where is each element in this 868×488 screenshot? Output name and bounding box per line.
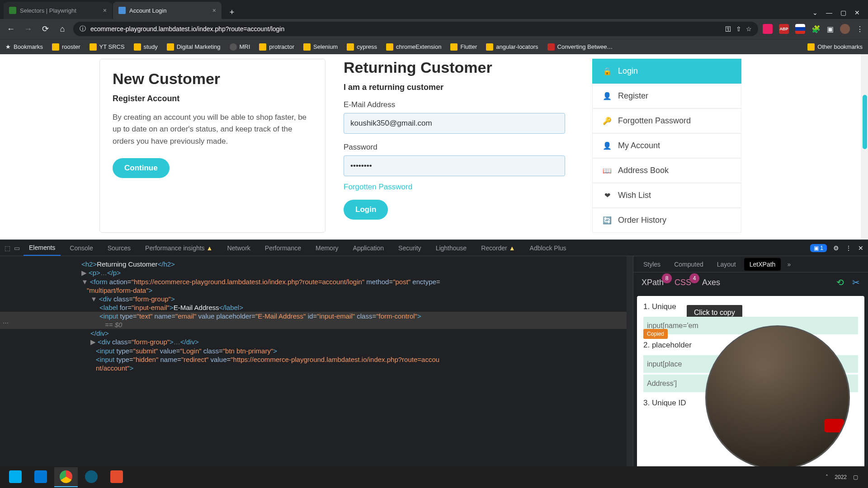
share-icon[interactable]: ⇧ [736, 25, 741, 33]
bookmark-item[interactable]: study [134, 43, 158, 51]
letx-css[interactable]: CSS4 [675, 278, 691, 287]
forward-button[interactable]: → [22, 23, 34, 35]
page-scrollbar[interactable] [861, 54, 868, 239]
sidebar-item-account[interactable]: 👤My Account [592, 133, 741, 158]
letxpath-tabs: XPath8 CSS4 Axes ⟲ ✂ [633, 272, 868, 292]
tab-styles[interactable]: Styles [638, 258, 666, 271]
bookmark-item[interactable]: cypress [347, 43, 377, 51]
password-label: Password [344, 143, 565, 152]
tab-sources[interactable]: Sources [102, 241, 136, 255]
tab-computed[interactable]: Computed [669, 258, 709, 271]
menu-icon[interactable]: ⋮ [856, 25, 863, 33]
tab-console[interactable]: Console [64, 241, 98, 255]
taskbar-app[interactable] [80, 467, 103, 487]
chevron-down-icon[interactable]: ⌄ [812, 9, 818, 16]
bookmark-item[interactable]: Flutter [450, 43, 477, 51]
extension-icon[interactable] [795, 24, 805, 34]
tab-letxpath[interactable]: LetXPath [744, 258, 781, 271]
taskbar-app[interactable] [54, 467, 78, 487]
extensions-icon[interactable]: 🧩 [811, 25, 821, 33]
tab-layout[interactable]: Layout [712, 258, 741, 271]
bookmark-item[interactable]: MRI [230, 43, 250, 51]
more-icon[interactable]: » [787, 261, 791, 268]
forgot-password-link[interactable]: Forgotten Password [344, 183, 565, 192]
tab-memory[interactable]: Memory [310, 241, 344, 255]
chevron-up-icon[interactable]: ˄ [826, 474, 828, 480]
scissors-icon[interactable]: ✂ [852, 277, 860, 288]
youtube-subscribe-icon[interactable] [824, 419, 844, 432]
minimize-icon[interactable]: — [826, 9, 832, 16]
tab-perfinsights[interactable]: Performance insights▲ [140, 241, 218, 255]
sidebar-item-history[interactable]: 🔄Order History [592, 208, 741, 233]
star-icon[interactable]: ☆ [746, 25, 752, 33]
letx-xpath[interactable]: XPath8 [642, 278, 664, 287]
bookmark-item[interactable]: Digital Marketing [167, 43, 221, 51]
taskbar-app[interactable] [105, 467, 128, 487]
tab-lighthouse[interactable]: Lighthouse [430, 241, 472, 255]
url-text: ecommerce-playground.lambdatest.io/index… [90, 25, 721, 33]
sidebar-item-login[interactable]: 🔒Login [592, 59, 741, 84]
inspect-icon[interactable]: ⬚ [5, 244, 10, 252]
close-icon[interactable]: × [212, 7, 216, 14]
bookmark-item[interactable]: angular-locators [486, 43, 538, 51]
tray-date: 2022 [835, 474, 847, 480]
adblock-icon[interactable]: ABP [779, 24, 789, 34]
browser-toolbar: ← → ⟳ ⌂ ⓘ ecommerce-playground.lambdates… [0, 19, 868, 39]
dom-tree[interactable]: <h2>Returning Customer</h2> ▶<p>…</p> ▼<… [0, 256, 633, 467]
back-button[interactable]: ← [5, 23, 17, 35]
bookmark-item[interactable]: rooster [52, 43, 80, 51]
maximize-icon[interactable]: ▢ [840, 9, 846, 16]
login-button[interactable]: Login [344, 200, 388, 220]
code-scrollbar[interactable] [627, 256, 633, 467]
sidebar-item-address[interactable]: 📖Address Book [592, 158, 741, 183]
scrollbar-thumb[interactable] [863, 95, 867, 149]
bookmark-item[interactable]: chromeExtension [386, 43, 441, 51]
menu-icon[interactable]: ⋮ [845, 244, 852, 252]
new-tab-button[interactable]: + [225, 5, 239, 19]
user-plus-icon: 👤 [603, 92, 612, 101]
address-bar[interactable]: ⓘ ecommerce-playground.lambdatest.io/ind… [73, 22, 758, 36]
close-icon[interactable]: ✕ [858, 244, 863, 252]
taskbar-app[interactable] [29, 467, 52, 487]
tab-security[interactable]: Security [393, 241, 427, 255]
sidebar-item-wishlist[interactable]: ❤Wish List [592, 183, 741, 208]
reload-button[interactable]: ⟳ [39, 23, 52, 35]
tab-performance[interactable]: Performance [259, 241, 307, 255]
bookmark-item[interactable]: Converting Betwee… [547, 43, 613, 51]
tab-application[interactable]: Application [348, 241, 390, 255]
device-icon[interactable]: ▭ [14, 244, 20, 252]
letx-axes[interactable]: Axes [702, 278, 720, 287]
issues-badge[interactable]: ▣ 1 [810, 244, 827, 252]
close-icon[interactable]: × [103, 7, 107, 14]
password-input[interactable] [344, 155, 565, 176]
bookmark-item[interactable]: YT SRCS [90, 43, 125, 51]
profile-avatar[interactable] [840, 24, 850, 34]
start-button[interactable] [4, 467, 27, 487]
sidebar-item-forgotten[interactable]: 🔑Forgotten Password [592, 108, 741, 133]
tab-elements[interactable]: Elements [24, 240, 61, 256]
card-title: New Customer [113, 70, 312, 88]
gear-icon[interactable]: ⚙ [833, 244, 839, 252]
bookmark-item[interactable]: ★Bookmarks [5, 43, 43, 50]
extension-icon[interactable] [763, 24, 773, 34]
bookmark-item[interactable]: Selenium [303, 43, 338, 51]
tab-adblock[interactable]: Adblock Plus [524, 241, 572, 255]
close-icon[interactable]: ✕ [854, 9, 860, 16]
sidebar-item-register[interactable]: 👤Register [592, 84, 741, 108]
tab-network[interactable]: Network [222, 241, 255, 255]
copied-badge: Copied [643, 329, 668, 339]
notifications-icon[interactable]: ▢ [853, 474, 858, 480]
browser-tab[interactable]: Account Login × [113, 2, 222, 19]
key-icon[interactable]: ⚿ [725, 25, 731, 33]
continue-button[interactable]: Continue [113, 158, 170, 178]
tab-recorder[interactable]: Recorder▲ [476, 241, 520, 255]
system-tray[interactable]: ˄ 2022 ▢ [826, 474, 864, 480]
bookmark-item[interactable]: Other bookmarks [807, 43, 863, 51]
sidepanel-icon[interactable]: ▣ [827, 25, 834, 33]
refresh-icon[interactable]: ⟲ [836, 277, 844, 288]
home-button[interactable]: ⌂ [56, 23, 69, 35]
bookmark-item[interactable]: protractor [259, 43, 294, 51]
site-info-icon[interactable]: ⓘ [80, 25, 86, 33]
email-input[interactable] [344, 113, 565, 134]
browser-tab[interactable]: Selectors | Playwright × [4, 2, 112, 19]
